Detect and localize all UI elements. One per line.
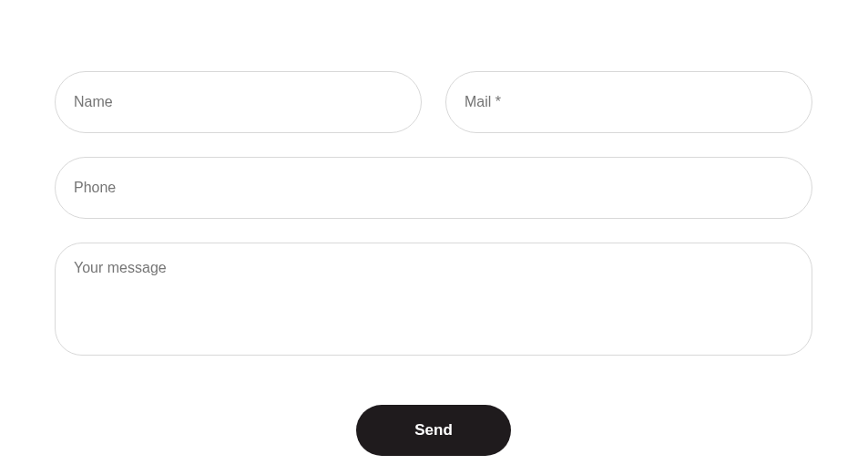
send-button[interactable]: Send (356, 405, 511, 456)
mail-input[interactable] (445, 71, 812, 133)
message-textarea[interactable] (55, 243, 812, 356)
phone-input[interactable] (55, 157, 812, 219)
mail-field-wrapper (445, 71, 812, 133)
message-field-wrapper (55, 243, 812, 359)
name-field-wrapper (55, 71, 422, 133)
phone-field-wrapper (55, 157, 812, 219)
contact-form: Send (55, 71, 812, 456)
form-row-1 (55, 71, 812, 133)
submit-wrapper: Send (55, 405, 812, 456)
name-input[interactable] (55, 71, 422, 133)
